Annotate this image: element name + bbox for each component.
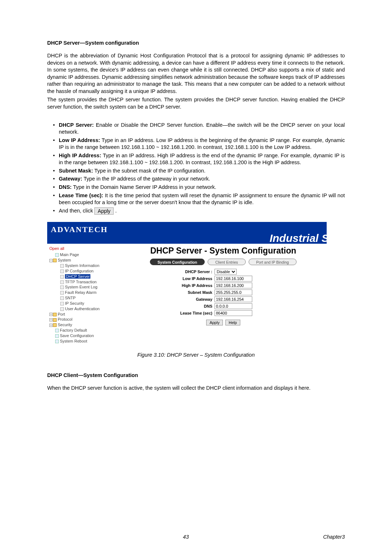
nav-dhcp-server[interactable]: DHCP Server xyxy=(49,274,118,279)
label-subnet-mask: Subnet Mask xyxy=(176,290,215,295)
nav-protocol[interactable]: +Protocol xyxy=(49,317,118,322)
label-low-ip: Low IP Address xyxy=(176,276,215,281)
nav-label: Security xyxy=(58,323,72,327)
bullet-lead: DNS: xyxy=(59,184,72,190)
nav-system[interactable]: −System xyxy=(49,258,118,263)
nav-user-auth[interactable]: User Authentication xyxy=(49,306,118,312)
bullet-rest: Type in the subnet mask of the IP config… xyxy=(93,168,205,174)
form-actions: Apply Help xyxy=(176,320,270,325)
page-icon xyxy=(55,253,59,257)
apply-button[interactable]: Apply xyxy=(206,320,223,325)
nav-label: System Event Log xyxy=(65,285,97,289)
bullet-lead: Lease Time (sec): xyxy=(59,193,103,198)
and-then-pre: And then, click xyxy=(59,208,94,214)
bullet-rest: Type in the Domain Name Server IP Addres… xyxy=(72,184,216,190)
nav-fault-relay[interactable]: Fault Relay Alarm xyxy=(49,290,118,295)
nav-sidebar: Open all Main Page −System System Inform… xyxy=(47,244,120,350)
nav-main-page[interactable]: Main Page xyxy=(49,252,118,258)
page-number: 43 xyxy=(183,534,189,540)
page-icon xyxy=(55,329,59,332)
nav-sntp[interactable]: SNTP xyxy=(49,295,118,301)
heading-dhcp-server-config: DHCP Server—System configuration xyxy=(47,40,345,46)
bullet-dhcp-server: DHCP Server: Enable or Disable the DHCP … xyxy=(59,122,345,136)
tab-client-entries[interactable]: Client Entries xyxy=(208,259,245,265)
label-lease-time: Lease Time (sec) xyxy=(176,311,215,315)
file-icon xyxy=(60,270,64,273)
nav-event-log[interactable]: System Event Log xyxy=(49,284,118,290)
nav-label: Save Configuration xyxy=(60,333,94,338)
nav-system-reboot[interactable]: System Reboot xyxy=(49,339,118,344)
tab-port-ip-binding[interactable]: Port and IP Binding xyxy=(249,259,297,265)
figure-caption: Figure 3.10: DHCP Server – System Config… xyxy=(47,352,345,358)
file-icon xyxy=(60,302,64,305)
input-lease-time[interactable] xyxy=(215,310,252,316)
nav-save-config[interactable]: Save Configuration xyxy=(49,333,118,339)
input-subnet-mask[interactable] xyxy=(215,289,252,295)
open-all-link[interactable]: Open all xyxy=(49,246,118,251)
bullet-rest: Enable or Disable the DHCP Server functi… xyxy=(59,122,345,135)
brand-logo: ADVANTECH xyxy=(51,225,108,234)
main-panel: DHCP Server - System Configuration Syste… xyxy=(120,244,327,350)
input-dns[interactable] xyxy=(215,303,252,309)
bullet-lease-time: Lease Time (sec): It is the time period … xyxy=(59,192,345,206)
nav-label: IP Configuration xyxy=(65,269,94,273)
bullet-gateway: Gateway: Type in the IP address of the g… xyxy=(59,175,345,183)
bullet-lead: Low IP Address: xyxy=(59,137,100,143)
screenshot-header: ADVANTECH Industrial S xyxy=(47,222,327,244)
bullet-subnet-mask: Subnet Mask: Type in the subnet mask of … xyxy=(59,167,345,175)
row-dhcp-server: DHCP Server : Disable xyxy=(176,269,270,275)
input-gateway[interactable] xyxy=(215,296,252,302)
bullet-lead: DHCP Server: xyxy=(59,122,94,128)
nav-label: IP Security xyxy=(65,301,84,305)
label-gateway: Gateway xyxy=(176,297,215,301)
tab-system-config[interactable]: System Configuration xyxy=(150,259,205,265)
nav-security[interactable]: +Security xyxy=(49,322,118,328)
nav-label: Protocol xyxy=(58,317,72,321)
nav-ip-security[interactable]: IP Security xyxy=(49,301,118,306)
bullet-dns: DNS: Type in the Domain Name Server IP A… xyxy=(59,184,345,191)
tab-bar: System Configuration Client Entries Port… xyxy=(120,259,327,265)
nav-label: TFTP Transaction xyxy=(65,280,97,284)
file-icon xyxy=(60,285,64,289)
label-dhcp-server: DHCP Server : xyxy=(176,270,215,274)
folder-icon xyxy=(53,313,57,316)
bullet-rest: Type in an IP address. Low IP address is… xyxy=(59,137,345,150)
nav-label: System Reboot xyxy=(60,339,87,343)
product-line-text: Industrial S xyxy=(270,232,327,244)
bullet-and-then: And then, click Apply . xyxy=(59,207,345,215)
bullet-lead: High IP Address: xyxy=(59,153,101,158)
screenshot-dhcp-config: ADVANTECH Industrial S Open all Main Pag… xyxy=(47,222,327,350)
expand-icon[interactable]: + xyxy=(49,318,53,321)
config-form: DHCP Server : Disable Low IP Address Hig… xyxy=(176,269,270,325)
bullet-lead: Subnet Mask: xyxy=(59,168,93,174)
nav-label: SNTP xyxy=(65,296,75,300)
file-icon xyxy=(60,280,64,284)
collapse-icon[interactable]: − xyxy=(49,259,53,262)
bullet-low-ip: Low IP Address: Type in an IP address. L… xyxy=(59,137,345,151)
row-low-ip: Low IP Address xyxy=(176,276,270,281)
expand-icon[interactable]: + xyxy=(49,313,53,316)
input-high-ip[interactable] xyxy=(215,283,252,288)
page-icon xyxy=(55,334,59,338)
nav-label: User Authentication xyxy=(65,307,99,311)
bullet-high-ip: High IP Address: Type in an IP address. … xyxy=(59,152,345,166)
folder-icon xyxy=(53,259,57,262)
help-button[interactable]: Help xyxy=(225,320,240,325)
page-footer: . 43 Chapter3 xyxy=(47,534,345,540)
panel-title: DHCP Server - System Configuration xyxy=(120,246,327,256)
nav-ip-config[interactable]: IP Configuration xyxy=(49,268,118,274)
nav-label: DHCP Server xyxy=(65,274,90,279)
row-subnet-mask: Subnet Mask xyxy=(176,289,270,295)
nav-factory-default[interactable]: Factory Default xyxy=(49,328,118,333)
nav-label: Factory Default xyxy=(60,328,87,332)
folder-icon xyxy=(53,323,57,327)
nav-tftp[interactable]: TFTP Transaction xyxy=(49,279,118,285)
nav-port[interactable]: +Port xyxy=(49,312,118,317)
nav-system-info[interactable]: System Information xyxy=(49,263,118,268)
chapter-label: Chapter3 xyxy=(323,534,345,540)
input-low-ip[interactable] xyxy=(215,276,252,281)
expand-icon[interactable]: + xyxy=(49,324,53,327)
select-dhcp-server[interactable]: Disable xyxy=(215,269,237,275)
para-dhcp-client: When the DHCP server function is active,… xyxy=(47,385,345,392)
file-icon xyxy=(60,264,64,268)
